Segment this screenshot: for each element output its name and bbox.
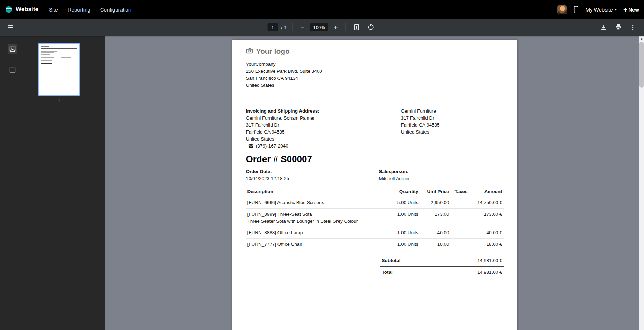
- zoom-out-button[interactable]: −: [298, 23, 307, 31]
- address-line: Fairfield CA 94535: [401, 122, 440, 129]
- print-icon[interactable]: [613, 22, 624, 33]
- address-line: Fairfield CA 94535: [246, 129, 401, 136]
- thumbnail-page-number: 1: [36, 98, 82, 103]
- cell-unit-price: 18.00: [419, 239, 449, 250]
- order-info-row: Order Date: 10/04/2023 12:18:25 Salesper…: [246, 168, 504, 182]
- zoom-in-button[interactable]: +: [331, 23, 340, 31]
- pdf-toolbar: / 1 − 100% +: [0, 19, 644, 36]
- navbar-right: My Website ▾ + New: [557, 5, 641, 14]
- website-switcher[interactable]: My Website ▾: [585, 7, 617, 13]
- salesperson-value: Mitchell Admin: [379, 175, 409, 182]
- scrollbar-thumb[interactable]: [639, 42, 644, 88]
- thumbnail-sidebar: 1: [0, 36, 105, 330]
- pdf-toolbar-center: / 1 − 100% +: [267, 19, 377, 36]
- apps-home-button[interactable]: Website: [5, 6, 38, 13]
- scrollbar-up-arrow[interactable]: ▲: [639, 36, 644, 41]
- mobile-preview-icon[interactable]: [573, 6, 579, 13]
- fit-page-button[interactable]: [351, 22, 362, 33]
- menu-reporting[interactable]: Reporting: [64, 4, 95, 15]
- camera-icon: [246, 48, 253, 55]
- company-name: YourCompany: [246, 61, 504, 68]
- company-country: United States: [246, 82, 504, 89]
- toolbar-divider: [346, 23, 346, 31]
- more-options-icon[interactable]: ⋮: [627, 22, 638, 33]
- cell-taxes: [449, 239, 468, 250]
- phone-number: (379)-167-2040: [256, 143, 288, 150]
- pdf-canvas-area: Your logo YourCompany 250 Executive Park…: [105, 36, 644, 330]
- company-street: 250 Executive Park Blvd, Suite 3400: [246, 68, 504, 75]
- company-address-block: YourCompany 250 Executive Park Blvd, Sui…: [246, 61, 504, 89]
- pdf-page: Your logo YourCompany 250 Executive Park…: [232, 40, 517, 330]
- order-line-row: [FURN_7777] Office Chair1.00 Units18.001…: [246, 239, 504, 250]
- header-description: Description: [246, 186, 377, 197]
- scrollbar[interactable]: ▲: [639, 36, 644, 330]
- outline-view-icon[interactable]: [8, 65, 17, 75]
- cell-amount: 18.00 €: [468, 239, 504, 250]
- header-unit-price: Unit Price: [419, 186, 449, 197]
- cell-unit-price: 2,950.00: [419, 197, 449, 209]
- subtotal-amount: 14,981.00 €: [477, 257, 502, 264]
- invoicing-shipping-label: Invoicing and Shipping Address:: [246, 108, 401, 115]
- order-date-label: Order Date:: [246, 168, 379, 175]
- rotate-button[interactable]: [365, 22, 377, 33]
- new-button[interactable]: + New: [623, 6, 639, 13]
- address-line: Gemini Furniture, Soham Palmer: [246, 115, 401, 122]
- header-amount: Amount: [468, 186, 504, 197]
- cell-description: [FURN_7777] Office Chair: [246, 239, 377, 250]
- cell-quantity: 1.00 Units: [377, 209, 419, 227]
- pdf-toolbar-right: ⋮: [598, 22, 638, 33]
- new-button-label: New: [628, 7, 639, 13]
- download-icon[interactable]: [598, 22, 609, 33]
- menu-site[interactable]: Site: [45, 4, 62, 15]
- total-amount: 14,981.00 €: [477, 269, 502, 276]
- address-line: 317 Fairchild Dr: [401, 115, 440, 122]
- sale-order-report: Your logo YourCompany 250 Executive Park…: [232, 40, 517, 278]
- cell-quantity: 1.00 Units: [377, 227, 419, 239]
- salesperson-label: Salesperson:: [379, 168, 409, 175]
- thumbnail-container: 1: [36, 43, 82, 103]
- subtotal-row: Subtotal 14,981.00 €: [380, 255, 504, 266]
- menu-configuration[interactable]: Configuration: [96, 4, 135, 15]
- toolbar-divider: [293, 23, 293, 31]
- cell-description: [FURN_8999] Three-Seat SofaThree Seater …: [246, 209, 377, 227]
- cell-unit-price: 173.00: [419, 209, 449, 227]
- logo-placeholder-text: Your logo: [256, 48, 290, 55]
- thumbnail-preview: [39, 44, 79, 95]
- total-label: Total: [382, 269, 393, 276]
- address-line: 317 Fairchild Dr: [246, 122, 401, 129]
- toggle-sidebar-button[interactable]: [5, 22, 16, 33]
- page-count-label: / 1: [281, 25, 287, 30]
- cell-unit-price: 40.00: [419, 227, 449, 239]
- order-line-row: [FURN_8888] Office Lamp1.00 Units40.0040…: [246, 227, 504, 239]
- website-switcher-label: My Website: [585, 7, 613, 13]
- cell-quantity: 5.00 Units: [377, 197, 419, 209]
- odoo-logo-icon: [5, 6, 13, 13]
- address-line: Gemini Furniture: [401, 108, 440, 115]
- thumbnails-view-icon[interactable]: [8, 44, 17, 54]
- page-thumbnail[interactable]: [38, 43, 80, 96]
- invoicing-shipping-address: Invoicing and Shipping Address: Gemini F…: [246, 108, 401, 150]
- app-title[interactable]: Website: [16, 6, 38, 13]
- order-table-body: [FURN_6666] Acoustic Bloc Screens5.00 Un…: [246, 197, 504, 250]
- top-navbar: Website Site Reporting Configuration My …: [0, 0, 644, 19]
- phone-icon: ☎: [248, 143, 254, 150]
- cell-amount: 14,750.00 €: [468, 197, 504, 209]
- delivery-address: Gemini Furniture 317 Fairchild Dr Fairfi…: [401, 108, 440, 150]
- chevron-down-icon: ▾: [615, 7, 617, 12]
- order-title: Order # S00007: [246, 153, 504, 165]
- address-line: United States: [246, 136, 401, 143]
- subtotal-label: Subtotal: [382, 257, 401, 264]
- cell-taxes: [449, 209, 468, 227]
- zoom-level[interactable]: 100%: [310, 23, 328, 31]
- cell-taxes: [449, 197, 468, 209]
- cell-taxes: [449, 227, 468, 239]
- cell-description: [FURN_6666] Acoustic Bloc Screens: [246, 197, 377, 209]
- page-number-input[interactable]: [267, 23, 278, 31]
- navbar-left: Website Site Reporting Configuration: [5, 4, 135, 15]
- total-row: Total 14,981.00 €: [380, 266, 504, 278]
- order-date-block: Order Date: 10/04/2023 12:18:25: [246, 168, 379, 182]
- cell-amount: 40.00 €: [468, 227, 504, 239]
- cell-description: [FURN_8888] Office Lamp: [246, 227, 377, 239]
- user-avatar[interactable]: [557, 5, 567, 14]
- addresses-row: Invoicing and Shipping Address: Gemini F…: [246, 108, 504, 150]
